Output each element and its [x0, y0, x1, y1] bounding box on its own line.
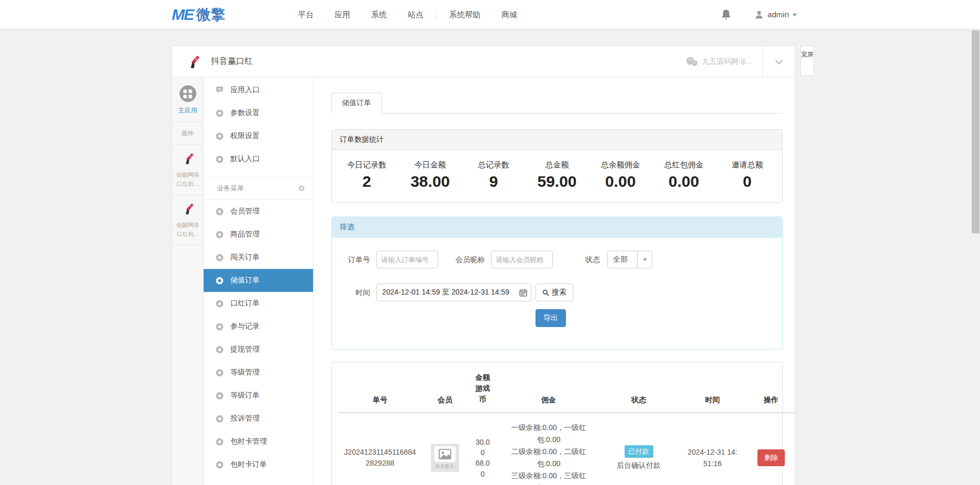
user-menu[interactable]: admin: [754, 10, 797, 19]
bubble-icon: [216, 86, 224, 94]
menu-item-timecard-mgmt[interactable]: 包时卡管理: [204, 430, 313, 453]
status-note: 后台确认付款: [602, 461, 675, 470]
menu-item-product-mgmt[interactable]: 商品管理: [204, 223, 313, 246]
status-label: 状态: [585, 251, 600, 268]
main-nav: 平台 应用 系统 站点 系统帮助 商城: [287, 0, 528, 29]
menu-item-permission-settings[interactable]: 权限设置: [204, 125, 313, 148]
search-button[interactable]: 搜索: [536, 284, 573, 301]
stat-total-redpacket-commission: 总红包佣金 0.00: [652, 160, 716, 190]
menu-section-business: 业务菜单: [204, 177, 313, 200]
menu-item-lipstick-orders[interactable]: 口红订单: [204, 292, 313, 315]
menu-item-level-mgmt[interactable]: 等级管理: [204, 361, 313, 384]
stat-label: 邀请总额: [716, 160, 779, 170]
stat-value: 59.00: [525, 173, 588, 190]
filter-buttons: 搜索 导出: [536, 284, 573, 327]
nav-item-store[interactable]: 商城: [491, 0, 528, 29]
menu-item-stored-value-orders[interactable]: 储值订单: [204, 269, 313, 292]
menu-item-member-mgmt[interactable]: 会员管理: [204, 200, 313, 223]
menu-item-app-entry[interactable]: 应用入口: [204, 78, 313, 101]
weengine-logo[interactable]: ME 微擎: [172, 5, 226, 24]
menu-item-default-entry[interactable]: 默认入口: [204, 148, 313, 171]
stat-label: 今日记录数: [335, 160, 398, 170]
stats-panel-title: 订单数据统计: [332, 130, 782, 150]
stat-total-amount: 总金额 59.00: [525, 160, 588, 190]
menu-label: 参与记录: [230, 322, 260, 331]
nickname-label: 会员昵称: [455, 251, 485, 268]
rail-app-1-name-line2: 口红机...: [173, 179, 202, 188]
user-name: admin: [767, 10, 789, 19]
filter-row-2: 时间 2024-12-01 14:59 至 2024-12-31 14:59 搜…: [340, 284, 774, 327]
rail-item-main-app[interactable]: 主应用: [172, 77, 203, 122]
delete-button[interactable]: 删除: [758, 449, 785, 466]
tab-stored-value-orders[interactable]: 储值订单: [331, 93, 382, 114]
gear-icon: [216, 323, 224, 331]
nav-item-help[interactable]: 系统帮助: [439, 0, 491, 29]
gear-icon: [216, 392, 224, 400]
menu-item-param-settings[interactable]: 参数设置: [204, 101, 313, 125]
nav-item-system[interactable]: 系统: [361, 0, 397, 29]
col-order-no: 单号: [338, 366, 422, 413]
page-scrollbar[interactable]: [971, 29, 980, 485]
menu-item-timecard-orders[interactable]: 包时卡订单: [204, 453, 313, 476]
stat-value: 38.00: [398, 173, 462, 190]
table-row: J202412311451168842829288 暂无图片 30.00: [338, 413, 795, 485]
nav-item-platform[interactable]: 平台: [287, 0, 324, 29]
filter-panel: 筛选 订单号 会员昵称 状态 全部 时间: [331, 217, 783, 349]
notification-bell-icon[interactable]: [721, 9, 731, 20]
menu-label: 闯关订单: [230, 253, 260, 262]
menu-label: 口红订单: [230, 299, 260, 308]
main-content: 储值订单 订单数据统计 今日记录数 2 今日金额 38.00 总记录数: [314, 77, 795, 485]
gear-icon: [216, 438, 224, 446]
gear-icon[interactable]: [298, 185, 305, 191]
wechat-icon: [685, 57, 698, 67]
col-action: 操作: [748, 366, 795, 413]
menu-item-withdrawal-mgmt[interactable]: 提现管理: [204, 338, 313, 361]
stat-value: 0: [716, 173, 779, 190]
menu-label: 会员管理: [230, 207, 260, 216]
menu-label: 等级订单: [230, 391, 260, 400]
gear-icon: [216, 132, 224, 140]
widescreen-toggle[interactable]: 宽屏: [800, 46, 814, 76]
app-lipstick-icon: [183, 52, 203, 72]
app-container: 抖音赢口红 九五源码网:iji... 主应用 插件 创颜网络 口红机...: [172, 46, 795, 485]
collapse-panel-button[interactable]: [762, 46, 795, 77]
image-icon: [438, 449, 452, 459]
export-button[interactable]: 导出: [536, 309, 566, 327]
order-no-input[interactable]: [376, 251, 438, 268]
stat-today-amount: 今日金额 38.00: [398, 160, 462, 190]
menu-item-complaint-mgmt[interactable]: 投诉管理: [204, 407, 313, 430]
orders-table-panel: 单号 会员 金额游戏币 佣金 状态 时间 操作 J202412311451: [331, 362, 783, 485]
nickname-input[interactable]: [491, 251, 553, 268]
menu-label: 权限设置: [230, 131, 260, 141]
date-range-input[interactable]: 2024-12-01 14:59 至 2024-12-31 14:59: [376, 284, 531, 301]
menu-item-participation-records[interactable]: 参与记录: [204, 315, 313, 338]
cell-member: 暂无图片: [422, 413, 468, 485]
menu-label: 参数设置: [230, 108, 260, 118]
gear-icon: [216, 254, 224, 262]
gear-icon: [216, 415, 224, 423]
cell-order-no: J202412311451168842829288: [338, 413, 422, 485]
rail-item-app-1[interactable]: 创颜网络 口红机...: [172, 145, 203, 195]
status-select[interactable]: 全部: [607, 251, 652, 268]
chevron-down-icon: [775, 57, 782, 64]
time-label: 时间: [340, 284, 370, 301]
no-image-placeholder: 暂无图片: [431, 444, 459, 472]
search-icon: [542, 289, 549, 296]
source-text: 九五源码网:iji...: [702, 57, 752, 66]
col-member: 会员: [422, 366, 468, 413]
gear-icon: [216, 208, 224, 216]
scrollbar-thumb[interactable]: [972, 30, 979, 233]
menu-item-level-pass-orders[interactable]: 闯关订单: [204, 246, 313, 269]
stat-label: 总记录数: [462, 160, 525, 170]
menu-label: 等级管理: [230, 368, 260, 377]
gear-icon: [216, 277, 224, 285]
menu-label: 提现管理: [230, 345, 260, 354]
nav-item-apps[interactable]: 应用: [324, 0, 361, 29]
col-amount-coins: 金额游戏币: [468, 366, 497, 413]
rail-plugins-label: 插件: [172, 122, 203, 145]
top-navbar: ME 微擎 平台 应用 系统 站点 系统帮助 商城 admin: [0, 0, 980, 29]
menu-label: 包时卡管理: [230, 437, 267, 446]
rail-item-app-2[interactable]: 创颜网络 口红机...: [172, 195, 203, 245]
nav-item-sites[interactable]: 站点: [397, 0, 434, 29]
menu-item-level-orders[interactable]: 等级订单: [204, 384, 313, 407]
